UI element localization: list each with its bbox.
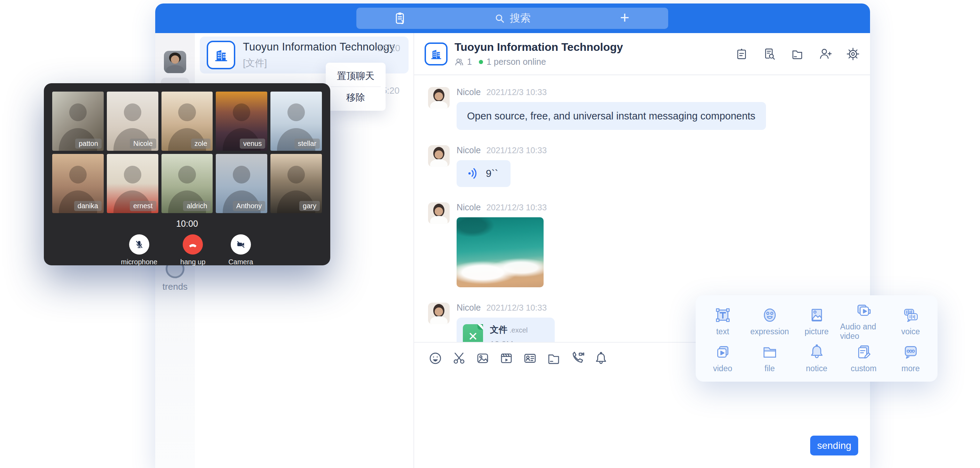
panel-item-picture[interactable]: picture — [793, 302, 840, 341]
settings-gear-icon[interactable] — [846, 47, 859, 61]
page: 搜索 + trends — [0, 0, 980, 468]
call-log-button[interactable] — [356, 8, 443, 29]
send-button[interactable]: sending — [810, 436, 858, 455]
add-button[interactable]: + — [581, 8, 668, 29]
call-timer: 10:00 — [52, 219, 322, 229]
search-icon — [494, 13, 506, 24]
top-search-pill: 搜索 + — [356, 8, 668, 29]
building-icon — [430, 47, 443, 61]
clipboard-phone-icon — [392, 11, 407, 26]
panel-item-label: picture — [805, 327, 829, 336]
conversation-context-menu: 置顶聊天 移除 — [326, 63, 386, 111]
group-notice-icon[interactable] — [735, 47, 748, 61]
microphone-toggle-button[interactable]: microphone — [121, 234, 158, 266]
panel-item-label: notice — [806, 364, 827, 373]
notification-bell-icon[interactable] — [594, 351, 608, 366]
call-controls: 10:00 microphone — [52, 219, 322, 266]
send-picture-icon[interactable] — [476, 351, 490, 366]
contact-card-icon[interactable] — [523, 351, 537, 366]
video-grid: patton Nicole zole venus stellar danika … — [52, 91, 322, 213]
send-video-icon[interactable] — [499, 351, 514, 366]
excel-file-icon: ✕ — [463, 324, 483, 342]
menu-item-pin-chat[interactable]: 置顶聊天 — [326, 65, 386, 86]
group-files-icon[interactable] — [791, 47, 804, 61]
panel-item-custom[interactable]: custom — [840, 341, 887, 375]
video-tile[interactable]: gary — [270, 154, 322, 213]
group-avatar — [207, 41, 235, 69]
voice-wave-icon — [467, 167, 480, 180]
video-call-icon[interactable] — [570, 351, 585, 366]
video-tile[interactable]: stellar — [270, 91, 322, 151]
conversation-title: Tuoyun Information Technology — [243, 41, 395, 53]
microphone-label: microphone — [121, 258, 158, 266]
video-tile[interactable]: aldrich — [161, 154, 213, 213]
top-bar: 搜索 + — [155, 3, 870, 33]
message-voice: Nicole 2021/12/3 10:33 9`` — [428, 145, 870, 187]
menu-item-remove[interactable]: 移除 — [326, 87, 386, 108]
video-tile[interactable]: Anthony — [216, 154, 267, 213]
panel-item-expression[interactable]: expression — [746, 302, 793, 341]
message-image: Nicole 2021/12/3 10:33 — [428, 202, 870, 287]
sender-avatar[interactable] — [428, 145, 450, 167]
camera-toggle-button[interactable]: Camera — [228, 234, 253, 266]
my-avatar[interactable] — [164, 51, 186, 73]
voice-icon — [902, 307, 920, 324]
trends-label: trends — [162, 281, 188, 292]
audio-video-icon — [855, 302, 872, 319]
chat-main: Tuoyun Information Technology 1 1 person… — [414, 33, 870, 468]
message-time: 2021/12/3 10:33 — [486, 203, 547, 212]
image-attachment-beach[interactable] — [457, 217, 544, 287]
chat-header: Tuoyun Information Technology 1 1 person… — [414, 33, 870, 75]
participant-name: Anthony — [233, 201, 265, 211]
panel-item-audio-video[interactable]: Audio and video — [840, 302, 887, 341]
custom-icon — [855, 343, 872, 361]
panel-item-label: expression — [750, 327, 789, 336]
sender-avatar[interactable] — [428, 87, 450, 109]
panel-item-voice[interactable]: voice — [887, 302, 934, 341]
sender-avatar[interactable] — [428, 303, 450, 324]
chat-group-avatar — [425, 43, 447, 65]
video-tile[interactable]: ernest — [107, 154, 158, 213]
voice-bubble[interactable]: 9`` — [457, 160, 511, 187]
emoji-icon[interactable] — [428, 351, 443, 366]
send-file-icon[interactable] — [546, 351, 561, 366]
file-folder-icon — [761, 343, 778, 361]
search-placeholder: 搜索 — [510, 11, 531, 26]
search-input[interactable]: 搜索 — [443, 8, 581, 29]
screenshot-scissors-icon[interactable] — [452, 351, 466, 366]
panel-item-more[interactable]: more — [887, 341, 934, 375]
video-tile[interactable]: venus — [216, 91, 267, 151]
text-bubble[interactable]: Open source, free, and universal instant… — [457, 102, 766, 130]
panel-item-video[interactable]: video — [699, 341, 746, 375]
participant-name: zole — [191, 139, 211, 149]
video-icon — [714, 343, 732, 361]
video-tile[interactable]: Nicole — [107, 91, 158, 151]
video-tile[interactable]: zole — [161, 91, 213, 151]
text-icon — [714, 307, 732, 324]
add-member-icon[interactable] — [819, 47, 832, 61]
video-tile[interactable]: patton — [52, 91, 104, 151]
chat-record-search-icon[interactable] — [763, 47, 776, 61]
panel-item-label: text — [716, 327, 729, 336]
panel-item-file[interactable]: file — [746, 341, 793, 375]
file-name: 文件.excel — [490, 324, 528, 335]
message-time: 2021/12/3 10:33 — [486, 88, 547, 97]
participant-name: aldrich — [183, 201, 210, 211]
camera-muted-icon — [235, 239, 247, 250]
file-attachment[interactable]: ✕ 文件.excel 12.8M — [457, 318, 555, 342]
participant-name: gary — [299, 201, 320, 211]
file-ext: .excel — [509, 326, 528, 334]
sender-avatar[interactable] — [428, 202, 450, 224]
video-call-window: patton Nicole zole venus stellar danika … — [44, 83, 330, 265]
video-tile[interactable]: danika — [52, 154, 104, 213]
file-size: 12.8M — [490, 340, 528, 342]
chat-subtitle: 1 1 person online — [455, 57, 623, 67]
online-status: 1 person online — [487, 57, 546, 67]
hang-up-label: hang up — [180, 258, 205, 266]
message-text: Nicole 2021/12/3 10:33 Open source, free… — [428, 87, 870, 130]
hang-up-button[interactable]: hang up — [180, 234, 205, 266]
panel-item-label: more — [901, 364, 920, 373]
member-count: 1 — [467, 57, 472, 67]
panel-item-text[interactable]: text — [699, 302, 746, 341]
panel-item-notice[interactable]: notice — [793, 341, 840, 375]
